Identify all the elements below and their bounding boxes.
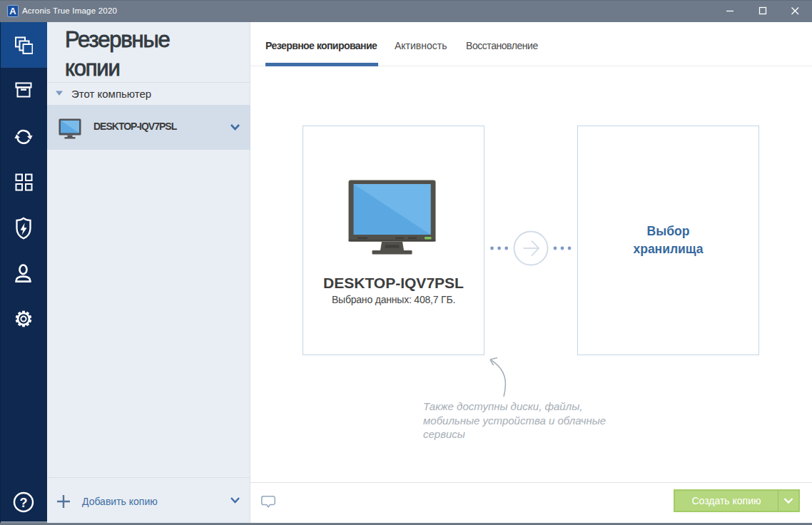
svg-text:?: ? xyxy=(20,496,28,510)
svg-text:A: A xyxy=(9,6,16,16)
